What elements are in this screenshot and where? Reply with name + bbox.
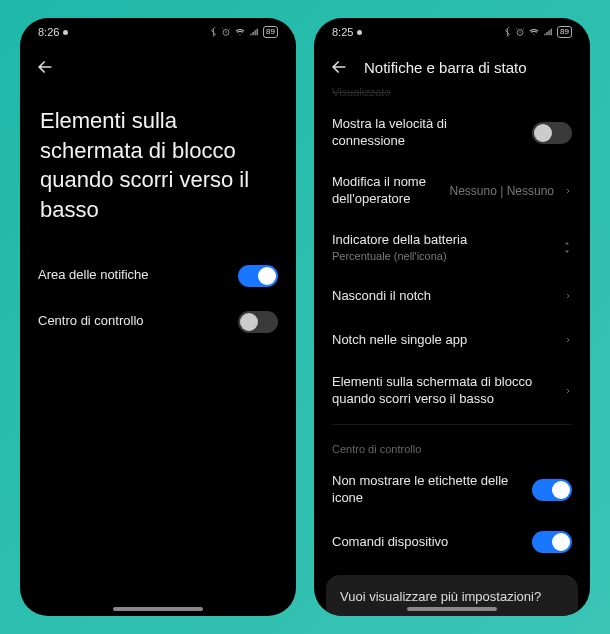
phone-left: 8:26 89 Elementi sulla schermata di bloc… [20,18,296,616]
divider [332,424,572,425]
back-arrow-icon [35,57,55,77]
chevron-right-icon [564,334,572,346]
toggle-hide-icon-labels[interactable] [532,479,572,501]
bluetooth-off-icon [209,27,218,38]
header [20,46,296,86]
back-button[interactable] [34,56,56,78]
status-bar: 8:26 89 [20,18,296,46]
battery-icon: 89 [557,26,572,38]
toggle-control-center[interactable] [238,311,278,333]
row-label: Area delle notifiche [38,267,228,284]
card-question: Vuoi visualizzare più impostazioni? [340,589,564,604]
row-label: Mostra la velocità di connessione [332,116,522,150]
battery-icon: 89 [263,26,278,38]
toggle-device-controls[interactable] [532,531,572,553]
alarm-icon [221,27,231,37]
chevron-right-icon [564,385,572,397]
row-label: Modifica il nome dell'operatore [332,174,439,208]
row-device-controls[interactable]: Comandi dispositivo [314,519,590,565]
row-label: Indicatore della batteria [332,232,552,249]
status-icons: 89 [503,26,572,38]
row-label: Notch nelle singole app [332,332,554,349]
home-indicator[interactable] [113,607,203,611]
alarm-icon [515,27,525,37]
row-control-center[interactable]: Centro di controllo [20,299,296,345]
updown-icon [562,241,572,254]
status-time: 8:26 [38,26,59,38]
status-time: 8:25 [332,26,353,38]
status-icons: 89 [209,26,278,38]
row-label: Centro di controllo [38,313,228,330]
page-title: Notifiche e barra di stato [364,59,527,76]
row-label: Non mostrare le etichette delle icone [332,473,522,507]
row-label: Elementi sulla schermata di blocco quand… [332,374,554,408]
row-notification-area[interactable]: Area delle notifiche [20,253,296,299]
row-battery-indicator[interactable]: Indicatore della batteria Percentuale (n… [314,220,590,275]
page-title: Elementi sulla schermata di blocco quand… [20,86,296,253]
chevron-right-icon [564,185,572,197]
row-hide-icon-labels[interactable]: Non mostrare le etichette delle icone [314,461,590,519]
home-indicator[interactable] [407,607,497,611]
row-lockscreen-elements[interactable]: Elementi sulla schermata di blocco quand… [314,362,590,420]
row-sublabel: Percentuale (nell'icona) [332,250,552,262]
signal-icon [543,27,554,37]
wifi-icon [528,27,540,37]
row-connection-speed[interactable]: Mostra la velocità di connessione [314,104,590,162]
row-carrier-name[interactable]: Modifica il nome dell'operatore Nessuno … [314,162,590,220]
row-value: Nessuno | Nessuno [449,184,554,198]
cutoff-row: Visualizzato [314,86,590,104]
section-control-center: Centro di controllo [314,429,590,461]
phone-right: 8:25 89 Notifiche e barra di stato Visua… [314,18,590,616]
wifi-icon [234,27,246,37]
toggle-notification-area[interactable] [238,265,278,287]
row-hide-notch[interactable]: Nascondi il notch [314,274,590,318]
bluetooth-off-icon [503,27,512,38]
meta-icon [357,30,362,35]
back-arrow-icon [329,57,349,77]
row-notch-apps[interactable]: Notch nelle singole app [314,318,590,362]
meta-icon [63,30,68,35]
toggle-connection-speed[interactable] [532,122,572,144]
row-label: Comandi dispositivo [332,534,522,551]
back-button[interactable] [328,56,350,78]
signal-icon [249,27,260,37]
header: Notifiche e barra di stato [314,46,590,86]
row-label: Nascondi il notch [332,288,554,305]
chevron-right-icon [564,290,572,302]
status-bar: 8:25 89 [314,18,590,46]
